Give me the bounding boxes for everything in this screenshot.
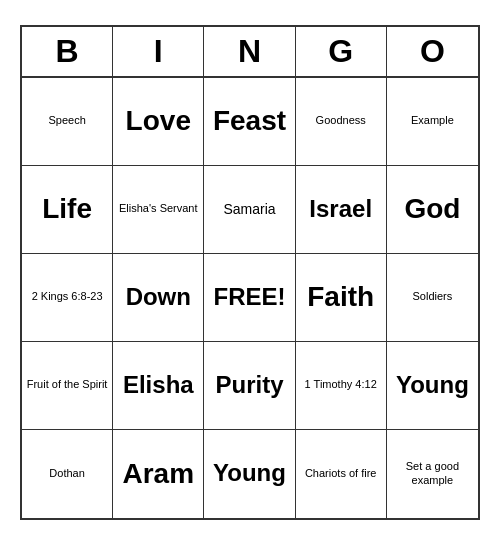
cell-text: Young — [213, 459, 286, 488]
bingo-cell: Young — [387, 342, 478, 430]
header-letter: O — [387, 27, 478, 76]
cell-text: 2 Kings 6:8-23 — [32, 290, 103, 303]
bingo-cell: Speech — [22, 78, 113, 166]
cell-text: Israel — [309, 195, 372, 224]
cell-text: Dothan — [49, 467, 84, 480]
cell-text: Down — [126, 283, 191, 312]
bingo-cell: Purity — [204, 342, 295, 430]
cell-text: FREE! — [213, 283, 285, 312]
bingo-cell: Israel — [296, 166, 387, 254]
cell-text: Aram — [122, 457, 194, 491]
cell-text: Goodness — [316, 114, 366, 127]
cell-text: Fruit of the Spirit — [27, 378, 108, 391]
bingo-cell: FREE! — [204, 254, 295, 342]
bingo-cell: Young — [204, 430, 295, 518]
cell-text: Elisha — [123, 371, 194, 400]
cell-text: Elisha's Servant — [119, 202, 198, 215]
cell-text: Life — [42, 192, 92, 226]
bingo-cell: 2 Kings 6:8-23 — [22, 254, 113, 342]
bingo-grid: SpeechLoveFeastGoodnessExampleLifeElisha… — [22, 78, 478, 518]
bingo-cell: Example — [387, 78, 478, 166]
bingo-cell: 1 Timothy 4:12 — [296, 342, 387, 430]
header-letter: B — [22, 27, 113, 76]
bingo-cell: Dothan — [22, 430, 113, 518]
cell-text: Example — [411, 114, 454, 127]
bingo-cell: Soldiers — [387, 254, 478, 342]
cell-text: Purity — [215, 371, 283, 400]
header-letter: N — [204, 27, 295, 76]
cell-text: 1 Timothy 4:12 — [305, 378, 377, 391]
cell-text: Samaria — [223, 201, 275, 218]
bingo-cell: Love — [113, 78, 204, 166]
bingo-card: BINGO SpeechLoveFeastGoodnessExampleLife… — [20, 25, 480, 520]
header-letter: G — [296, 27, 387, 76]
bingo-cell: God — [387, 166, 478, 254]
bingo-cell: Faith — [296, 254, 387, 342]
bingo-cell: Life — [22, 166, 113, 254]
cell-text: Young — [396, 371, 469, 400]
bingo-cell: Feast — [204, 78, 295, 166]
bingo-cell: Goodness — [296, 78, 387, 166]
bingo-cell: Elisha — [113, 342, 204, 430]
bingo-cell: Aram — [113, 430, 204, 518]
bingo-cell: Set a good example — [387, 430, 478, 518]
cell-text: Love — [126, 104, 191, 138]
bingo-cell: Down — [113, 254, 204, 342]
bingo-cell: Chariots of fire — [296, 430, 387, 518]
cell-text: Speech — [48, 114, 85, 127]
bingo-header: BINGO — [22, 27, 478, 78]
cell-text: Soldiers — [413, 290, 453, 303]
bingo-cell: Fruit of the Spirit — [22, 342, 113, 430]
cell-text: Faith — [307, 280, 374, 314]
cell-text: Chariots of fire — [305, 467, 377, 480]
cell-text: God — [404, 192, 460, 226]
bingo-cell: Samaria — [204, 166, 295, 254]
cell-text: Feast — [213, 104, 286, 138]
bingo-cell: Elisha's Servant — [113, 166, 204, 254]
cell-text: Set a good example — [391, 460, 474, 486]
header-letter: I — [113, 27, 204, 76]
